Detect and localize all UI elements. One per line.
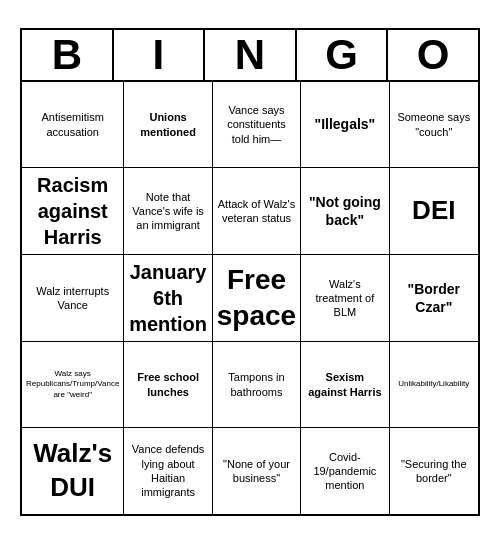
bingo-header: BINGO: [22, 30, 478, 82]
bingo-cell-14: "Border Czar": [390, 255, 478, 342]
header-letter-o: O: [388, 30, 478, 80]
bingo-cell-23: Covid-19/pandemic mention: [301, 428, 389, 514]
bingo-cell-24: "Securing the border": [390, 428, 478, 514]
bingo-cell-20: Walz's DUI: [22, 428, 124, 514]
bingo-cell-9: DEI: [390, 168, 478, 255]
bingo-cell-19: Unlikability/Likability: [390, 342, 478, 428]
header-letter-g: G: [297, 30, 389, 80]
header-letter-b: B: [22, 30, 114, 80]
bingo-cell-13: Walz's treatment of BLM: [301, 255, 389, 342]
bingo-cell-1: Unions mentioned: [124, 82, 212, 168]
bingo-cell-22: "None of your business": [213, 428, 301, 514]
bingo-cell-21: Vance defends lying about Haitian immigr…: [124, 428, 212, 514]
bingo-cell-4: Someone says "couch": [390, 82, 478, 168]
bingo-cell-10: Walz interrupts Vance: [22, 255, 124, 342]
bingo-cell-5: Racism against Harris: [22, 168, 124, 255]
bingo-cell-7: Attack of Walz's veteran status: [213, 168, 301, 255]
bingo-cell-8: "Not going back": [301, 168, 389, 255]
bingo-cell-11: January 6th mention: [124, 255, 212, 342]
header-letter-i: I: [114, 30, 206, 80]
bingo-cell-3: "Illegals": [301, 82, 389, 168]
header-letter-n: N: [205, 30, 297, 80]
bingo-cell-16: Free school lunches: [124, 342, 212, 428]
bingo-cell-18: Sexism against Harris: [301, 342, 389, 428]
bingo-cell-15: Walz says Republicans/Trump/Vance are "w…: [22, 342, 124, 428]
bingo-card: BINGO Antisemitism accusationUnions ment…: [20, 28, 480, 516]
bingo-grid: Antisemitism accusationUnions mentionedV…: [22, 82, 478, 514]
bingo-cell-2: Vance says constituents told him—: [213, 82, 301, 168]
bingo-cell-6: Note that Vance's wife is an immigrant: [124, 168, 212, 255]
bingo-cell-0: Antisemitism accusation: [22, 82, 124, 168]
bingo-cell-17: Tampons in bathrooms: [213, 342, 301, 428]
bingo-cell-12: Free space: [213, 255, 301, 342]
